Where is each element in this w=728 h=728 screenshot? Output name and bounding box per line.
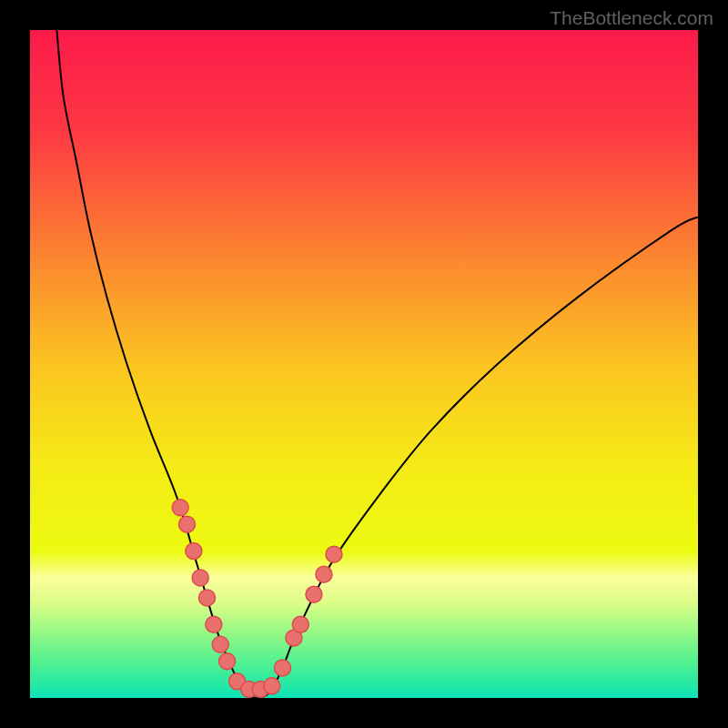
data-marker bbox=[326, 546, 342, 562]
watermark-text: TheBottleneck.com bbox=[550, 7, 713, 29]
chart-container bbox=[30, 30, 698, 698]
data-markers bbox=[30, 30, 698, 698]
data-marker bbox=[212, 636, 228, 652]
data-marker bbox=[264, 678, 280, 694]
data-marker bbox=[306, 586, 322, 602]
data-marker bbox=[292, 616, 308, 632]
data-marker bbox=[219, 653, 236, 670]
data-marker bbox=[178, 516, 195, 532]
data-marker bbox=[186, 543, 202, 560]
data-marker bbox=[316, 566, 332, 582]
data-marker bbox=[172, 500, 188, 516]
data-marker bbox=[206, 616, 222, 632]
data-marker bbox=[192, 570, 208, 586]
data-marker bbox=[274, 660, 290, 676]
data-marker bbox=[199, 590, 216, 606]
